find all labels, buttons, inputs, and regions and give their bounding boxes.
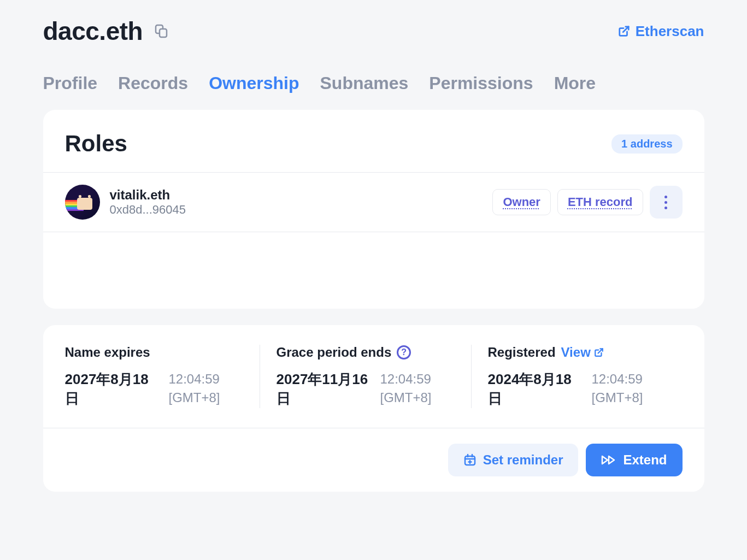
extend-button[interactable]: Extend	[586, 444, 682, 476]
role-actions: Owner ETH record	[492, 186, 682, 219]
expires-body: 2027年8月18日 12:04:59 [GMT+8]	[65, 370, 243, 408]
expires-date: 2027年8月18日	[65, 370, 158, 408]
registered-tz: [GMT+8]	[592, 388, 643, 407]
tab-records[interactable]: Records	[118, 73, 188, 93]
expires-time: 12:04:59 [GMT+8]	[169, 370, 220, 406]
roles-card: Roles 1 address vitalik.eth 0xd8d...9604…	[43, 110, 704, 309]
expires-label: Name expires	[65, 345, 243, 360]
dates-card: Name expires 2027年8月18日 12:04:59 [GMT+8]…	[43, 325, 704, 492]
help-icon[interactable]: ?	[397, 345, 411, 359]
page-title: dacc.eth	[43, 16, 143, 46]
external-link-icon	[594, 347, 604, 357]
roles-empty-area	[43, 232, 704, 309]
svg-marker-11	[609, 456, 614, 464]
registered-label-text: Registered	[488, 345, 556, 360]
role-identity[interactable]: vitalik.eth 0xd8d...96045	[65, 185, 186, 220]
grace-body: 2027年11月16日 12:04:59 [GMT+8]	[277, 370, 455, 408]
avatar	[65, 185, 100, 220]
roles-title: Roles	[65, 131, 127, 157]
roles-header: Roles 1 address	[43, 110, 704, 173]
title-group: dacc.eth	[43, 16, 170, 46]
fast-forward-icon	[601, 455, 616, 465]
role-info: vitalik.eth 0xd8d...96045	[110, 187, 186, 217]
tab-ownership[interactable]: Ownership	[209, 73, 299, 93]
dates-grid: Name expires 2027年8月18日 12:04:59 [GMT+8]…	[43, 325, 704, 428]
tab-profile[interactable]: Profile	[43, 73, 98, 93]
grace-label-text: Grace period ends	[277, 345, 392, 360]
grace-column: Grace period ends ? 2027年11月16日 12:04:59…	[260, 345, 471, 408]
etherscan-label: Etherscan	[636, 23, 704, 40]
role-more-button[interactable]	[650, 186, 683, 219]
external-link-icon	[618, 25, 630, 37]
set-reminder-button[interactable]: Set reminder	[448, 444, 579, 476]
expires-label-text: Name expires	[65, 345, 150, 360]
registered-date: 2024年8月18日	[488, 370, 581, 408]
expires-time-value: 12:04:59	[169, 370, 220, 388]
more-vertical-icon	[664, 196, 667, 209]
tab-more[interactable]: More	[554, 73, 596, 93]
svg-marker-10	[602, 456, 608, 464]
grace-time-value: 12:04:59	[380, 370, 432, 388]
tab-permissions[interactable]: Permissions	[429, 73, 533, 93]
role-address: 0xd8d...96045	[110, 203, 186, 217]
set-reminder-label: Set reminder	[483, 452, 563, 468]
address-count-badge: 1 address	[611, 134, 682, 154]
expires-tz: [GMT+8]	[169, 388, 220, 407]
registered-time-value: 12:04:59	[592, 370, 643, 388]
header: dacc.eth Etherscan	[43, 16, 704, 46]
copy-icon	[155, 24, 168, 38]
registered-label: Registered View	[488, 345, 666, 360]
grace-tz: [GMT+8]	[380, 388, 432, 407]
svg-rect-1	[160, 29, 167, 37]
calendar-icon	[463, 453, 477, 467]
registered-view-text: View	[561, 345, 591, 360]
tab-subnames[interactable]: Subnames	[320, 73, 408, 93]
copy-button[interactable]	[152, 22, 170, 40]
registered-time: 12:04:59 [GMT+8]	[592, 370, 643, 406]
registered-body: 2024年8月18日 12:04:59 [GMT+8]	[488, 370, 666, 408]
eth-record-tag[interactable]: ETH record	[557, 189, 643, 215]
grace-date: 2027年11月16日	[277, 370, 369, 408]
role-row: vitalik.eth 0xd8d...96045 Owner ETH reco…	[43, 173, 704, 232]
registered-column: Registered View 2024年8月18日 12:04:59	[471, 345, 683, 408]
registered-view-link[interactable]: View	[561, 345, 604, 360]
extend-label: Extend	[623, 452, 667, 468]
owner-tag[interactable]: Owner	[492, 189, 550, 215]
expires-column: Name expires 2027年8月18日 12:04:59 [GMT+8]	[65, 345, 260, 408]
grace-time: 12:04:59 [GMT+8]	[380, 370, 432, 406]
action-bar: Set reminder Extend	[43, 428, 704, 492]
tabs: Profile Records Ownership Subnames Permi…	[43, 73, 704, 93]
etherscan-link[interactable]: Etherscan	[618, 23, 704, 40]
grace-label: Grace period ends ?	[277, 345, 455, 360]
role-name: vitalik.eth	[110, 187, 186, 203]
